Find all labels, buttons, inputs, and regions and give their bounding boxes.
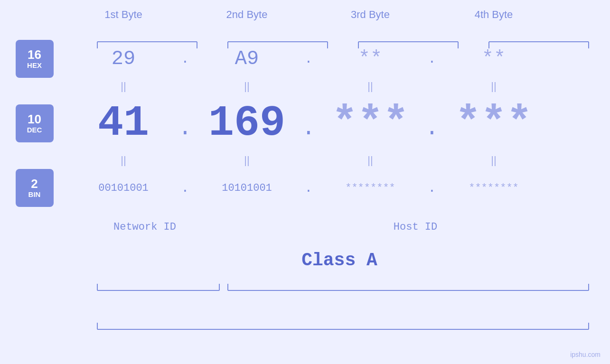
byte-header-1: 1st Byte xyxy=(69,9,178,21)
hex-byte1: 29 xyxy=(69,47,178,70)
bin-dot3: . xyxy=(425,181,439,196)
eq6: || xyxy=(192,154,301,167)
bin-dot1: . xyxy=(178,181,192,196)
dec-dot3: . xyxy=(425,106,439,141)
byte-header-4: 4th Byte xyxy=(439,9,548,21)
dec-byte3: *** xyxy=(316,99,425,148)
watermark: ipshu.com xyxy=(570,351,601,358)
dec-byte2: 169 xyxy=(192,99,301,148)
eq8: || xyxy=(439,154,548,167)
eq3: || xyxy=(316,80,425,93)
eq2: || xyxy=(192,80,301,93)
host-id-label: Host ID xyxy=(394,221,437,233)
bin-dot2: . xyxy=(301,181,316,196)
dot1: . xyxy=(178,52,192,66)
dec-dot1: . xyxy=(178,106,192,141)
byte-header-2: 2nd Byte xyxy=(192,9,301,21)
dot2: . xyxy=(301,52,316,66)
dec-dot2: . xyxy=(301,106,316,141)
network-id-label: Network ID xyxy=(113,221,176,233)
dec-byte1: 41 xyxy=(69,99,178,148)
hex-badge: 16 HEX xyxy=(16,40,54,78)
dot3: . xyxy=(425,52,439,66)
class-label: Class A xyxy=(301,250,377,271)
bin-byte2: 10101001 xyxy=(192,182,301,194)
hex-byte2: A9 xyxy=(192,47,301,70)
eq4: || xyxy=(439,80,548,93)
byte-header-3: 3rd Byte xyxy=(316,9,425,21)
bin-byte3: ******** xyxy=(316,182,425,194)
bin-byte4: ******** xyxy=(439,182,548,194)
eq5: || xyxy=(69,154,178,167)
hex-byte3: ** xyxy=(316,47,425,70)
bin-byte1: 00101001 xyxy=(69,182,178,194)
bin-badge: 2 BIN xyxy=(16,169,54,207)
dec-byte4: *** xyxy=(439,99,548,148)
dec-badge: 10 DEC xyxy=(16,104,54,142)
eq7: || xyxy=(316,154,425,167)
main-container: 1st Byte 2nd Byte 3rd Byte 4th Byte 16 H… xyxy=(0,0,610,364)
eq1: || xyxy=(69,80,178,93)
hex-byte4: ** xyxy=(439,47,548,70)
